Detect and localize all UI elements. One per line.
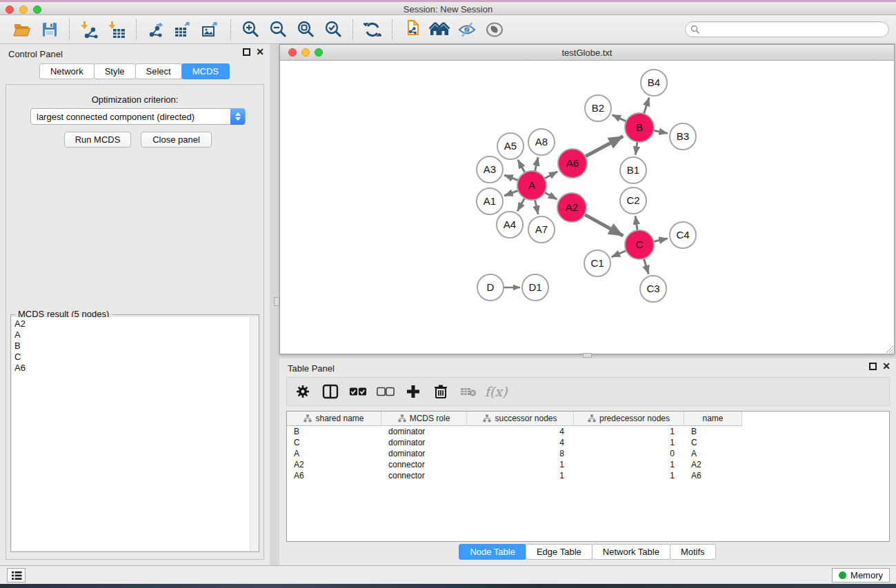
horizontal-split-handle[interactable] [583, 353, 592, 358]
graph-edge-A-A5[interactable] [518, 160, 525, 173]
table-row[interactable]: Bdominator41B [287, 426, 889, 437]
graph-edge-A2-C[interactable] [584, 214, 623, 236]
result-list-scrollbar[interactable] [250, 317, 258, 551]
result-item[interactable]: C [14, 352, 250, 363]
criterion-dropdown[interactable]: largest connected component (directed) [30, 108, 246, 125]
export-image-icon[interactable] [201, 19, 221, 40]
mcds-result-list[interactable]: A2ABCA6 [12, 317, 250, 551]
memory-button[interactable]: Memory [832, 568, 890, 582]
table-cell[interactable]: 1 [574, 459, 684, 470]
graph-edge-C-C3[interactable] [644, 258, 648, 274]
close-panel-icon[interactable]: ✕ [256, 48, 264, 56]
column-header-predecessor-nodes[interactable]: predecessor nodes [574, 412, 684, 426]
float-table-panel-icon[interactable] [869, 363, 877, 370]
node-table[interactable]: shared nameMCDS rolesuccessor nodesprede… [286, 411, 890, 542]
export-network-icon[interactable] [146, 19, 166, 40]
graph-edge-B-B2[interactable] [612, 115, 626, 122]
search-field[interactable] [685, 21, 889, 37]
select-all-checkboxes-icon[interactable] [349, 383, 367, 401]
table-cell[interactable]: 1 [467, 470, 574, 481]
table-cell[interactable]: dominator [381, 437, 467, 448]
table-cell[interactable]: A [684, 448, 742, 459]
tab-network-table[interactable]: Network Table [592, 544, 670, 560]
network-document-icon[interactable] [401, 19, 422, 40]
toggle-column-view-icon[interactable] [321, 383, 339, 401]
table-cell[interactable]: 1 [574, 470, 684, 481]
close-panel-button[interactable]: Close panel [141, 132, 212, 148]
table-cell[interactable]: connector [381, 470, 467, 481]
tab-select[interactable]: Select [135, 63, 182, 79]
result-item[interactable]: A [14, 330, 250, 341]
table-row[interactable]: Cdominator41C [287, 437, 889, 448]
table-cell[interactable]: 4 [467, 437, 574, 448]
zoom-selected-icon[interactable] [323, 19, 344, 40]
table-cell[interactable]: dominator [381, 426, 467, 437]
table-cell[interactable]: 1 [574, 437, 684, 448]
search-input[interactable] [700, 25, 888, 34]
table-row[interactable]: Adominator80A [287, 448, 889, 459]
graph-edge-B-B3[interactable] [654, 130, 668, 133]
graph-edge-C-C1[interactable] [612, 250, 626, 256]
import-table-icon[interactable] [106, 19, 127, 40]
float-panel-icon[interactable] [243, 48, 250, 56]
table-cell[interactable]: A [287, 448, 381, 459]
result-item[interactable]: A2 [14, 318, 250, 330]
graph-edge-B-B1[interactable] [635, 142, 637, 155]
table-cell[interactable]: A6 [287, 470, 381, 481]
table-cell[interactable]: 4 [467, 426, 574, 437]
table-cell[interactable]: 1 [574, 426, 684, 437]
graph-edge-A6-B[interactable] [586, 136, 624, 156]
add-column-icon[interactable] [404, 383, 422, 401]
graph-edge-A-A1[interactable] [504, 190, 518, 196]
tab-motifs[interactable]: Motifs [670, 544, 716, 560]
export-table-icon[interactable] [173, 19, 194, 40]
table-row[interactable]: A6connector11A6 [287, 470, 889, 481]
table-cell[interactable]: dominator [381, 448, 467, 459]
table-cell[interactable]: 1 [467, 459, 574, 470]
resize-grip-icon[interactable] [884, 344, 893, 353]
table-cell[interactable]: A6 [684, 470, 742, 481]
import-network-icon[interactable] [79, 19, 99, 40]
close-table-panel-icon[interactable]: ✕ [882, 363, 890, 370]
column-header-successor-nodes[interactable]: successor nodes [467, 412, 574, 426]
run-mcds-button[interactable]: Run MCDS [64, 132, 131, 148]
table-cell[interactable]: B [287, 426, 381, 437]
table-cell[interactable]: C [287, 437, 381, 448]
tab-style[interactable]: Style [94, 63, 136, 79]
table-row[interactable]: A2connector11A2 [287, 459, 889, 470]
graph-edge-A-A4[interactable] [517, 198, 525, 211]
table-cell[interactable]: C [684, 437, 742, 448]
table-cell[interactable]: B [684, 426, 742, 437]
zoom-in-icon[interactable] [240, 19, 261, 40]
vertical-split-handle[interactable] [274, 297, 279, 306]
column-header-name[interactable]: name [684, 412, 742, 426]
graph-edge-C-C4[interactable] [653, 239, 667, 242]
refresh-view-icon[interactable] [362, 19, 383, 40]
graph-edge-A-A7[interactable] [535, 200, 538, 214]
graph-edge-A-A6[interactable] [544, 172, 557, 179]
graph-edge-A-A2[interactable] [544, 192, 557, 199]
settings-gear-icon[interactable] [294, 383, 312, 401]
table-cell[interactable]: 0 [574, 448, 684, 459]
ui-options-button[interactable] [7, 568, 26, 582]
tab-edge-table[interactable]: Edge Table [526, 544, 593, 560]
deselect-all-checkboxes-icon[interactable] [377, 383, 395, 401]
table-cell[interactable]: A2 [684, 459, 742, 470]
graph-edge-A-A8[interactable] [535, 157, 539, 171]
zoom-fit-icon[interactable] [295, 19, 316, 40]
tab-network[interactable]: Network [39, 63, 94, 79]
column-header-MCDS-role[interactable]: MCDS role [381, 412, 467, 426]
zoom-out-icon[interactable] [268, 19, 288, 40]
result-item[interactable]: B [14, 341, 250, 352]
tab-node-table[interactable]: Node Table [459, 544, 526, 560]
tab-mcds[interactable]: MCDS [181, 63, 230, 79]
open-file-icon[interactable] [12, 19, 32, 40]
home-browser-icon[interactable] [429, 19, 450, 40]
graph-edge-C-C2[interactable] [635, 216, 637, 230]
network-canvas[interactable]: B4B2BB3A5A8A6A3AB1A1A2C2A4A7C4CC1C3DD1 [280, 61, 894, 354]
show-graphics-details-icon[interactable] [484, 19, 505, 40]
table-cell[interactable]: 8 [467, 448, 574, 459]
delete-columns-icon[interactable] [432, 383, 450, 401]
table-cell[interactable]: A2 [287, 459, 381, 470]
table-cell[interactable]: connector [381, 459, 467, 470]
